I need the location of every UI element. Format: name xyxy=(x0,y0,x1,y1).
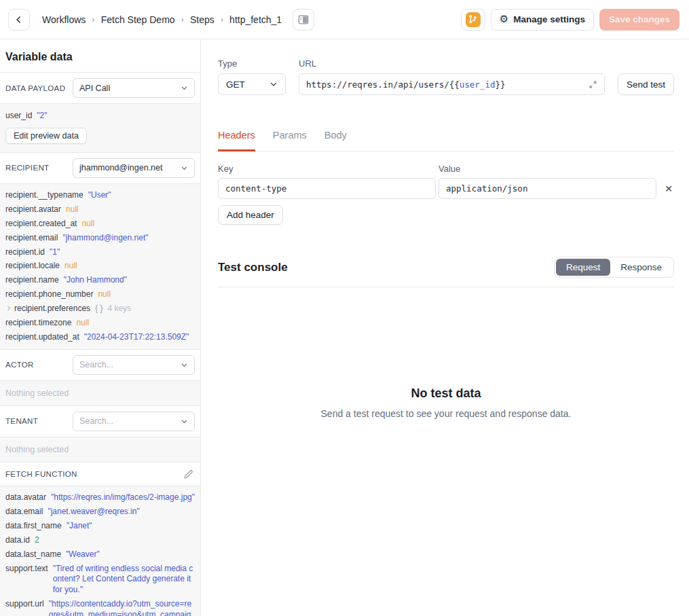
breadcrumb-steps[interactable]: Steps xyxy=(190,14,215,25)
actor-empty-state: Nothing selected xyxy=(0,380,200,405)
url-input[interactable]: https://reqres.in/api/users/{{user_id}} xyxy=(299,73,605,95)
tenant-empty-state: Nothing selected xyxy=(0,437,200,462)
variable-row: user_id "2" xyxy=(5,109,195,123)
breadcrumb-separator: › xyxy=(92,14,94,24)
header-value-input[interactable] xyxy=(439,178,656,199)
remove-header-button[interactable]: ✕ xyxy=(663,183,674,195)
variable-key-count: 4 keys xyxy=(107,304,131,314)
variable-value: 2 xyxy=(35,535,195,546)
variable-value: "Tired of writing endless social media c… xyxy=(53,564,195,596)
expand-editor-icon[interactable] xyxy=(589,80,597,89)
variable-row: recipient.name "John Hammond" xyxy=(5,274,195,288)
request-url-row: Type GET URL https://reqres.in/api/users… xyxy=(218,58,674,95)
variable-key: support.text xyxy=(5,564,48,575)
variable-row: recipient.timezone null xyxy=(5,316,195,330)
recipient-select[interactable]: jhammond@ingen.net xyxy=(73,158,195,178)
url-label: URL xyxy=(299,58,605,69)
variable-value: "Janet" xyxy=(67,521,195,532)
tenant-search-select[interactable]: Search... xyxy=(73,412,195,431)
expandable-variable-row[interactable]: recipient.preferences { } 4 keys xyxy=(5,302,195,316)
variable-key: recipient.name xyxy=(5,275,59,286)
variable-key: recipient.timezone xyxy=(5,318,71,329)
variable-value: "Weaver" xyxy=(66,549,195,560)
chevron-left-icon xyxy=(14,15,24,24)
breadcrumb-separator: › xyxy=(221,14,223,24)
variable-row: data.first_name "Janet" xyxy=(5,520,195,534)
pencil-icon xyxy=(183,468,195,480)
variable-row: recipient.updated_at "2024-04-23T17:22:1… xyxy=(5,330,195,344)
method-field: Type GET xyxy=(218,58,286,95)
variable-value: "1" xyxy=(50,247,195,258)
chevron-down-icon xyxy=(181,164,188,172)
variable-key: data.email xyxy=(5,507,43,518)
edit-fetch-function-button[interactable] xyxy=(183,468,195,480)
value-column-label: Value xyxy=(439,164,656,174)
tenant-section-header: TENANT Search... xyxy=(0,405,200,437)
variable-row: recipient.created_at null xyxy=(5,217,195,231)
tab-params[interactable]: Params xyxy=(273,130,307,151)
gear-icon: ⚙ xyxy=(500,14,508,24)
toggle-response[interactable]: Response xyxy=(610,259,672,276)
variable-key: recipient.id xyxy=(5,247,45,258)
header-key-input[interactable] xyxy=(218,178,436,199)
recipient-section-header: RECIPIENT jhammond@ingen.net xyxy=(0,152,200,183)
variable-key: recipient.locale xyxy=(5,261,60,272)
test-console-header: Test console Request Response xyxy=(218,257,674,287)
tab-body[interactable]: Body xyxy=(324,130,347,151)
variable-key: data.avatar xyxy=(5,492,46,503)
variable-value: "https://reqres.in/img/faces/2-image.jpg… xyxy=(51,492,195,503)
commit-status-button[interactable] xyxy=(461,9,485,31)
variable-row: recipient.locale null xyxy=(5,259,195,274)
tab-headers[interactable]: Headers xyxy=(218,130,255,151)
variable-value: null xyxy=(64,261,195,272)
headers-editor: Key Value ✕ xyxy=(218,164,674,199)
variable-value: "2024-04-23T17:22:13.509Z" xyxy=(84,332,195,343)
variable-key: recipient.created_at xyxy=(5,219,77,230)
breadcrumb-workflows[interactable]: Workflows xyxy=(42,14,86,25)
variable-value: "janet.weaver@reqres.in" xyxy=(48,507,195,518)
variable-row: recipient.id "1" xyxy=(5,245,195,259)
variable-row: recipient.phone_number null xyxy=(5,288,195,302)
fetch-function-section-header: FETCH FUNCTION xyxy=(0,462,200,486)
manage-settings-button[interactable]: ⚙ Manage settings xyxy=(491,9,594,31)
manage-settings-label: Manage settings xyxy=(513,14,585,24)
save-changes-button[interactable]: Save changes xyxy=(599,9,679,31)
variable-row: support.text "Tired of writing endless s… xyxy=(5,562,195,597)
chevron-right-icon xyxy=(6,306,12,311)
breadcrumb: Workflows › Fetch Step Demo › Steps › ht… xyxy=(42,14,282,25)
data-payload-section-header: DATA PAYLOAD API Call xyxy=(0,72,200,103)
variable-row: data.email "janet.weaver@reqres.in" xyxy=(5,505,195,520)
actor-search-select[interactable]: Search... xyxy=(73,355,195,375)
send-test-button[interactable]: Send test xyxy=(618,73,674,95)
data-payload-selected-value: API Call xyxy=(79,84,110,93)
add-header-button[interactable]: Add header xyxy=(218,205,283,225)
no-test-data-empty-state: No test data Send a test request to see … xyxy=(218,386,674,419)
empty-state-subtitle: Send a test request to see your request … xyxy=(218,408,674,419)
chevron-down-icon xyxy=(181,84,188,92)
variable-row: data.id 2 xyxy=(5,533,195,547)
breadcrumb-workflow-name[interactable]: Fetch Step Demo xyxy=(101,14,175,25)
request-tabs: Headers Params Body xyxy=(218,130,674,151)
variable-key: user_id xyxy=(5,111,32,122)
request-response-toggle: Request Response xyxy=(554,257,674,278)
chevron-down-icon xyxy=(181,418,188,425)
actor-label: ACTOR xyxy=(5,361,34,369)
back-button[interactable] xyxy=(8,9,30,31)
toggle-sidebar-button[interactable] xyxy=(293,9,314,31)
http-method-select[interactable]: GET xyxy=(218,73,286,95)
key-column-label: Key xyxy=(218,164,436,174)
variable-value: "jhammond@ingen.net" xyxy=(62,233,195,244)
actor-search-placeholder: Search... xyxy=(79,360,113,369)
toggle-request[interactable]: Request xyxy=(556,259,610,276)
app-window: Workflows › Fetch Step Demo › Steps › ht… xyxy=(0,0,689,616)
data-payload-select[interactable]: API Call xyxy=(73,78,195,98)
actor-section-header: ACTOR Search... xyxy=(0,349,200,380)
edit-preview-data-button[interactable]: Edit preview data xyxy=(5,128,87,144)
variable-value: { } xyxy=(95,304,103,314)
variable-value: "John Hammond" xyxy=(64,275,195,286)
variable-value: null xyxy=(76,318,195,329)
variable-key: recipient.__typename xyxy=(5,190,83,201)
data-payload-variables: user_id "2" Edit preview data xyxy=(0,103,200,152)
url-field: URL https://reqres.in/api/users/{{user_i… xyxy=(299,58,605,95)
variable-key: support.url xyxy=(5,599,44,610)
